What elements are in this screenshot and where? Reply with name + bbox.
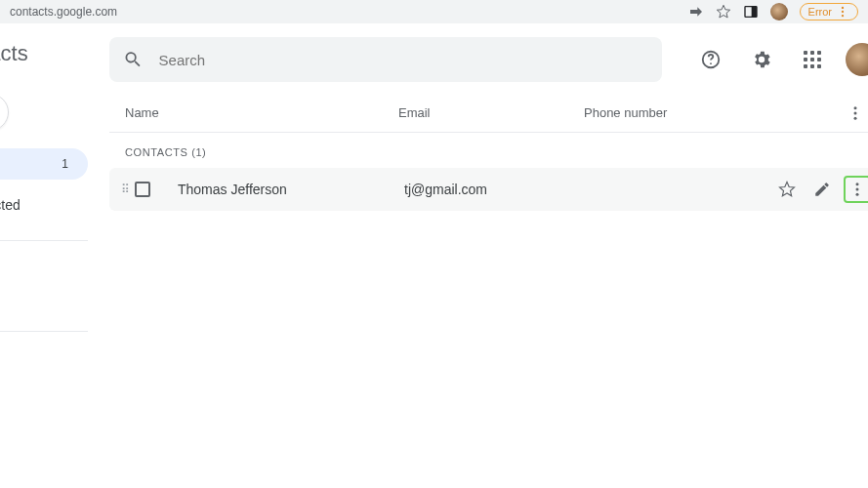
column-headers: Name Email Phone number bbox=[109, 82, 868, 133]
list-settings-button[interactable] bbox=[842, 100, 868, 127]
contact-name: Thomas Jefferson bbox=[178, 182, 404, 197]
svg-point-6 bbox=[710, 62, 712, 64]
sidebar-item-contacts[interactable]: 1 bbox=[0, 148, 88, 180]
contact-email: tj@gmail.com bbox=[404, 182, 590, 197]
search-input[interactable] bbox=[159, 52, 662, 68]
svg-point-7 bbox=[854, 106, 857, 109]
more-vert-icon bbox=[848, 181, 866, 198]
settings-button[interactable] bbox=[744, 42, 779, 77]
star-button[interactable] bbox=[773, 176, 801, 203]
url-display: contacts.google.com bbox=[10, 5, 688, 19]
sidebar: ntacts act 1 contacted l acts bbox=[0, 23, 88, 488]
pencil-icon bbox=[813, 181, 831, 198]
share-icon[interactable] bbox=[688, 4, 704, 20]
error-chip[interactable]: Error bbox=[800, 3, 858, 20]
col-name: Name bbox=[125, 105, 398, 120]
svg-point-9 bbox=[854, 117, 857, 120]
svg-point-4 bbox=[842, 15, 844, 17]
col-phone: Phone number bbox=[584, 105, 868, 120]
panel-icon[interactable] bbox=[743, 4, 759, 20]
col-email: Email bbox=[398, 105, 584, 120]
svg-point-11 bbox=[856, 188, 859, 191]
select-checkbox[interactable] bbox=[135, 182, 150, 197]
sidebar-item-other-contacts[interactable]: acts bbox=[0, 439, 88, 470]
svg-point-10 bbox=[856, 183, 859, 185]
contact-row[interactable]: ⠿ Thomas Jefferson tj@gmail.com bbox=[109, 168, 868, 211]
svg-point-8 bbox=[854, 112, 857, 115]
app-title: ntacts bbox=[0, 41, 88, 66]
svg-rect-1 bbox=[751, 7, 756, 18]
search-icon bbox=[123, 49, 144, 70]
divider bbox=[0, 240, 88, 241]
svg-point-2 bbox=[842, 7, 844, 9]
sidebar-item-contacted[interactable]: contacted bbox=[0, 189, 88, 221]
drag-handle-icon[interactable]: ⠿ bbox=[121, 183, 129, 196]
divider bbox=[0, 331, 88, 332]
error-label: Error bbox=[808, 6, 832, 18]
more-vert-icon bbox=[847, 104, 864, 122]
bookmark-star-icon[interactable] bbox=[716, 4, 731, 20]
help-icon bbox=[700, 49, 722, 70]
account-avatar[interactable] bbox=[846, 43, 868, 76]
browser-chrome: contacts.google.com Error bbox=[0, 0, 868, 23]
browser-profile-avatar[interactable] bbox=[770, 3, 788, 20]
row-more-button[interactable] bbox=[844, 176, 868, 203]
create-contact-button[interactable]: act bbox=[0, 94, 9, 131]
sidebar-item-label[interactable]: l bbox=[0, 280, 88, 311]
help-button[interactable] bbox=[693, 42, 728, 77]
section-label: CONTACTS (1) bbox=[109, 133, 868, 168]
svg-point-3 bbox=[842, 11, 844, 13]
gear-icon bbox=[751, 49, 772, 70]
edit-button[interactable] bbox=[808, 176, 836, 203]
svg-point-12 bbox=[856, 193, 859, 196]
apps-grid-icon bbox=[804, 51, 821, 68]
star-icon bbox=[778, 181, 796, 198]
apps-button[interactable] bbox=[795, 42, 830, 77]
search-box[interactable] bbox=[109, 37, 662, 82]
contacts-count: 1 bbox=[62, 157, 68, 171]
main-area: Name Email Phone number CONTACTS (1) ⠿ T… bbox=[88, 23, 868, 488]
